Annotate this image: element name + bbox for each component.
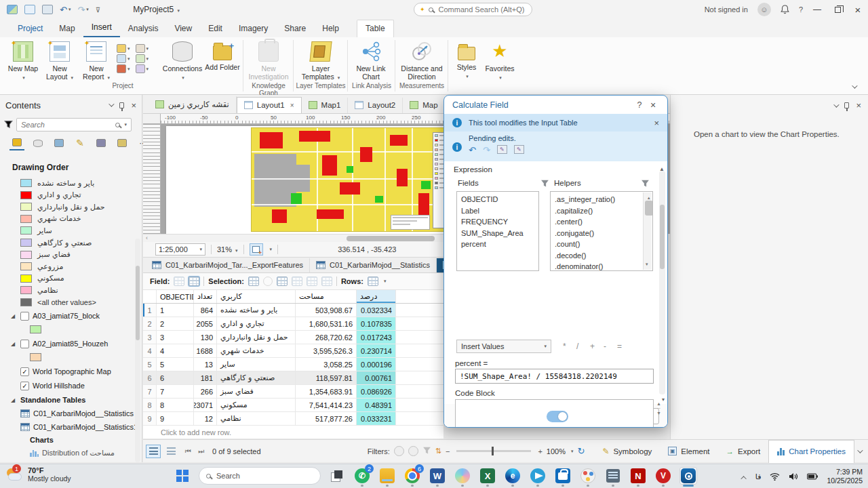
- close-pane-icon[interactable]: ×: [856, 100, 861, 110]
- table-cell[interactable]: 9: [157, 412, 194, 425]
- list-by-drawing-order-icon[interactable]: [9, 136, 24, 150]
- table-cell[interactable]: 0.086926: [357, 385, 396, 398]
- operator-multiply-button[interactable]: *: [563, 342, 566, 351]
- weather-widget[interactable]: 1 70°F Mostly cloudy: [5, 466, 71, 483]
- add-row-icon[interactable]: [368, 277, 378, 286]
- table-cell[interactable]: 181: [194, 371, 217, 384]
- legend-item[interactable]: مسكوني: [20, 273, 64, 284]
- column-header-2[interactable]: تعداد: [194, 290, 217, 303]
- table-tab[interactable]: C01_KarbariMojod__Statistics: [310, 258, 437, 272]
- layer-a03[interactable]: ◢A03_jamiat75_block: [11, 310, 100, 321]
- list-by-selection-icon[interactable]: [52, 136, 66, 150]
- row-selector[interactable]: 2: [143, 317, 157, 330]
- copy-selection-icon[interactable]: [321, 277, 332, 286]
- table-cell[interactable]: 517,877.26: [296, 412, 357, 425]
- switch-selection-icon[interactable]: [277, 277, 288, 286]
- operator-equals-button[interactable]: =: [617, 342, 622, 351]
- layer-checkbox[interactable]: ✓: [20, 382, 29, 390]
- column-header-3[interactable]: كاربري: [217, 290, 296, 303]
- view-tab-Map[interactable]: Map: [403, 98, 445, 113]
- fields-list[interactable]: OBJECTIDLabelFREQUENCYSUM_Shape_Areaperc…: [456, 191, 539, 271]
- table-zoom-slider[interactable]: [456, 450, 531, 452]
- table-cell[interactable]: 6: [157, 371, 194, 384]
- table-cell[interactable]: 1,354,683.91: [296, 385, 357, 398]
- operator-divide-button[interactable]: /: [576, 342, 578, 351]
- table-row[interactable]: 33130حمل و نقل وانبارداري268,720.620.017…: [143, 331, 443, 344]
- ribbon-tab-map[interactable]: Map: [51, 20, 83, 37]
- row-selector[interactable]: 4: [143, 344, 157, 357]
- table-cell[interactable]: 864: [194, 304, 217, 317]
- undo-dropdown-icon[interactable]: ▾: [68, 7, 71, 12]
- legend-item[interactable]: <all other values>: [20, 297, 96, 308]
- undo-edits-icon[interactable]: ↶: [469, 145, 476, 155]
- fields-filter-icon[interactable]: [540, 179, 549, 189]
- layer-world-topographic[interactable]: ✓World Topographic Map: [11, 366, 111, 377]
- row-selector[interactable]: 3: [143, 331, 157, 344]
- search-input[interactable]: [21, 121, 115, 129]
- time-filter-icon[interactable]: [394, 446, 404, 456]
- table-cell[interactable]: 0.48391: [357, 399, 396, 411]
- new-link-chart-button[interactable]: New Link Chart: [351, 41, 391, 81]
- undo-button[interactable]: ↶: [60, 5, 67, 15]
- contents-search-box[interactable]: ▾: [16, 118, 132, 131]
- table-cell[interactable]: 3: [157, 331, 194, 344]
- range-filter-icon[interactable]: [408, 446, 418, 456]
- table-row[interactable]: 9912نظامي517,877.260.033231: [143, 412, 443, 426]
- insert-values-select[interactable]: Insert Values▾: [456, 340, 551, 353]
- table-cell[interactable]: 4: [157, 344, 194, 357]
- new-notebook-icon[interactable]: [136, 44, 145, 53]
- import-map-icon[interactable]: [117, 44, 126, 53]
- table-row[interactable]: 5513ساير3,058.250.000196: [143, 358, 443, 371]
- table-cell[interactable]: 118,597.81: [296, 371, 357, 384]
- battery-icon[interactable]: [807, 473, 818, 480]
- sign-in-status[interactable]: Not signed in: [705, 5, 748, 14]
- taskbar-search[interactable]: Search: [199, 467, 321, 485]
- table-cell[interactable]: باير و ساخته نشده: [217, 304, 296, 317]
- redo-dropdown-icon[interactable]: ▾: [86, 7, 89, 12]
- select-all-corner[interactable]: [143, 290, 157, 303]
- zoom-out-icon[interactable]: −: [446, 447, 450, 455]
- table-cell[interactable]: 0.033231: [357, 412, 396, 425]
- expand-icon[interactable]: ◢: [11, 397, 17, 403]
- helpers-list[interactable]: .as_integer_ratio().capitalize().center(…: [550, 191, 653, 271]
- list-by-labeling-icon[interactable]: [115, 136, 130, 150]
- table-cell[interactable]: 3,058.25: [296, 358, 357, 371]
- paint-icon[interactable]: [579, 467, 597, 485]
- view-tab-Layout2[interactable]: Layout2: [348, 98, 403, 113]
- start-icon[interactable]: [174, 467, 191, 485]
- row-selector[interactable]: 5: [143, 358, 157, 371]
- styles-button[interactable]: Styles▾: [452, 41, 481, 81]
- pin-icon[interactable]: [844, 102, 849, 108]
- view-tab-Layout1[interactable]: Layout1×: [237, 97, 302, 113]
- next-record-icon[interactable]: ⏭: [198, 447, 204, 455]
- sort-icon[interactable]: ⇅: [435, 447, 441, 455]
- volume-icon[interactable]: [789, 472, 798, 481]
- dialog-scrollbar[interactable]: [659, 171, 665, 394]
- table-row[interactable]: 66181صنعتي و كارگاهي118,597.810.00761: [143, 371, 443, 385]
- legend-item[interactable]: فضاي سبز: [20, 249, 71, 260]
- ribbon-tab-view[interactable]: View: [166, 20, 200, 37]
- add-field-icon[interactable]: [174, 277, 184, 286]
- helper-item[interactable]: .as_integer_ratio(): [551, 194, 652, 205]
- row-selector[interactable]: 6: [143, 371, 157, 384]
- view-tab-Map1[interactable]: Map1: [302, 98, 349, 113]
- table-cell[interactable]: 2055: [194, 317, 217, 330]
- legend-item[interactable]: مزروعي: [20, 261, 63, 272]
- table-cell[interactable]: 268,720.62: [296, 331, 357, 344]
- notepad-icon[interactable]: [604, 467, 622, 485]
- layer-checkbox[interactable]: [20, 340, 29, 348]
- copilot-icon[interactable]: [454, 467, 471, 485]
- table-cell[interactable]: نظامي: [217, 412, 296, 425]
- layer-a03-symbol[interactable]: [11, 324, 41, 335]
- hidden-icons-chevron[interactable]: [741, 476, 746, 481]
- table-zoom-value[interactable]: 100%: [547, 447, 566, 455]
- expression-input[interactable]: !SUM_Shape_Area! / 15584318.2202149: [455, 369, 654, 384]
- calculate-field-icon[interactable]: [189, 277, 199, 286]
- field-item[interactable]: percent: [457, 239, 538, 250]
- new-layout-button[interactable]: ✦New Layout ▾: [42, 41, 77, 82]
- expand-icon[interactable]: ◢: [11, 313, 17, 319]
- enable-undo-toggle[interactable]: [547, 411, 568, 422]
- operator-subtract-button[interactable]: -: [604, 342, 606, 351]
- redo-button[interactable]: ↷: [77, 5, 85, 15]
- distance-direction-button[interactable]: Distance and Direction: [399, 41, 445, 81]
